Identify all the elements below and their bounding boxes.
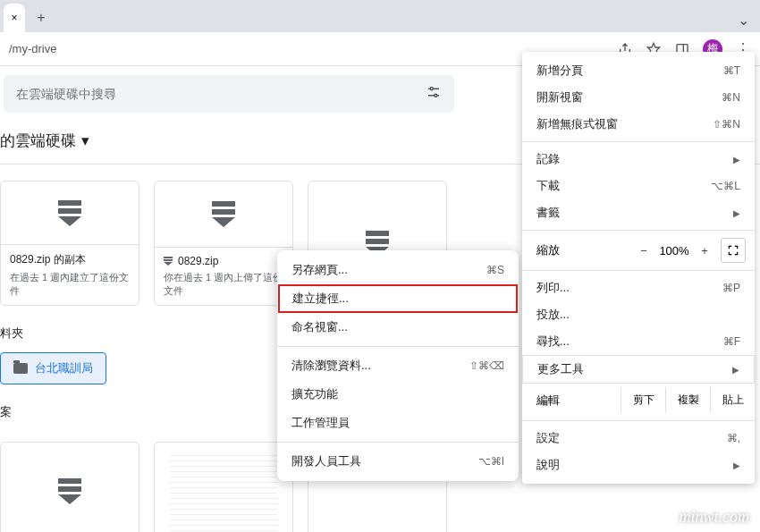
zip-icon: [58, 200, 81, 226]
file-card[interactable]: 0829.zip 你在過去 1 週內上傳了這份文件: [154, 181, 293, 306]
more-tools-submenu: 另存網頁...⌘S 建立捷徑... 命名視窗... 清除瀏覽資料...⇧⌘⌫ 擴…: [277, 250, 519, 481]
tab-chevron-icon[interactable]: ⌄: [738, 12, 760, 32]
submenu-name-window[interactable]: 命名視窗...: [277, 313, 519, 342]
menu-downloads[interactable]: 下載⌥⌘L: [522, 173, 755, 199]
menu-new-tab[interactable]: 新增分頁⌘T: [522, 57, 755, 84]
file-thumb[interactable]: [154, 442, 293, 532]
menu-new-window[interactable]: 開新視窗⌘N: [522, 84, 755, 111]
submenu-create-shortcut[interactable]: 建立捷徑...: [278, 284, 518, 313]
file-sub: 你在過去 1 週內上傳了這份文件: [164, 271, 283, 298]
file-sub: 在過去 1 週內建立了這份文件: [10, 271, 130, 298]
zoom-percent: 100%: [654, 244, 694, 258]
file-thumb[interactable]: [0, 442, 139, 532]
submenu-task-manager[interactable]: 工作管理員: [277, 409, 519, 437]
submenu-save-page[interactable]: 另存網頁...⌘S: [277, 256, 519, 284]
fullscreen-button[interactable]: [721, 238, 746, 263]
edit-paste[interactable]: 貼上: [710, 387, 755, 413]
menu-settings[interactable]: 設定⌘,: [522, 425, 755, 452]
svg-point-6: [435, 94, 437, 97]
submenu-extensions[interactable]: 擴充功能: [277, 380, 519, 409]
tune-icon[interactable]: [426, 84, 442, 104]
watermark: minwt.com: [680, 508, 750, 527]
chrome-menu: 新增分頁⌘T 開新視窗⌘N 新增無痕式視窗⇧⌘N 記錄▶ 下載⌥⌘L 書籤▶ 縮…: [522, 52, 755, 484]
zip-icon: [164, 257, 173, 266]
file-card[interactable]: 0829.zip 的副本 在過去 1 週內建立了這份文件: [0, 181, 139, 306]
zoom-in-button[interactable]: +: [694, 240, 715, 261]
menu-bookmarks[interactable]: 書籤▶: [522, 199, 755, 226]
menu-more-tools[interactable]: 更多工具▶: [522, 355, 755, 384]
close-icon[interactable]: ×: [11, 12, 17, 24]
browser-tab[interactable]: ×: [4, 4, 25, 32]
file-name: 0829.zip 的副本: [10, 252, 86, 267]
breadcrumb-label: 的雲端硬碟: [0, 131, 76, 151]
submenu-dev-tools[interactable]: 開發人員工具⌥⌘I: [277, 447, 519, 476]
menu-find[interactable]: 尋找...⌘F: [522, 328, 755, 355]
chevron-down-icon: ▾: [81, 131, 89, 150]
new-tab-button[interactable]: +: [29, 5, 54, 30]
menu-history[interactable]: 記錄▶: [522, 146, 755, 173]
zip-icon: [212, 201, 235, 227]
zoom-out-button[interactable]: −: [633, 240, 654, 261]
search-input[interactable]: [16, 87, 426, 101]
menu-zoom: 縮放 − 100% +: [522, 234, 755, 266]
edit-cut[interactable]: 剪下: [621, 387, 665, 413]
doc-preview-icon: [170, 451, 277, 531]
search-box[interactable]: [4, 75, 454, 113]
menu-cast[interactable]: 投放...: [522, 301, 755, 328]
folder-chip[interactable]: 台北職訓局: [0, 352, 106, 384]
edit-copy[interactable]: 複製: [665, 387, 710, 413]
zip-icon: [58, 478, 81, 504]
menu-incognito[interactable]: 新增無痕式視窗⇧⌘N: [522, 111, 755, 138]
folder-icon: [13, 363, 28, 374]
folder-name: 台北職訓局: [35, 360, 93, 376]
file-name: 0829.zip: [178, 255, 218, 267]
menu-edit: 編輯 剪下 複製 貼上: [522, 384, 755, 417]
svg-point-5: [430, 88, 433, 90]
menu-print[interactable]: 列印...⌘P: [522, 274, 755, 301]
submenu-clear-data[interactable]: 清除瀏覽資料...⇧⌘⌫: [277, 351, 519, 380]
menu-help[interactable]: 說明▶: [522, 452, 755, 478]
